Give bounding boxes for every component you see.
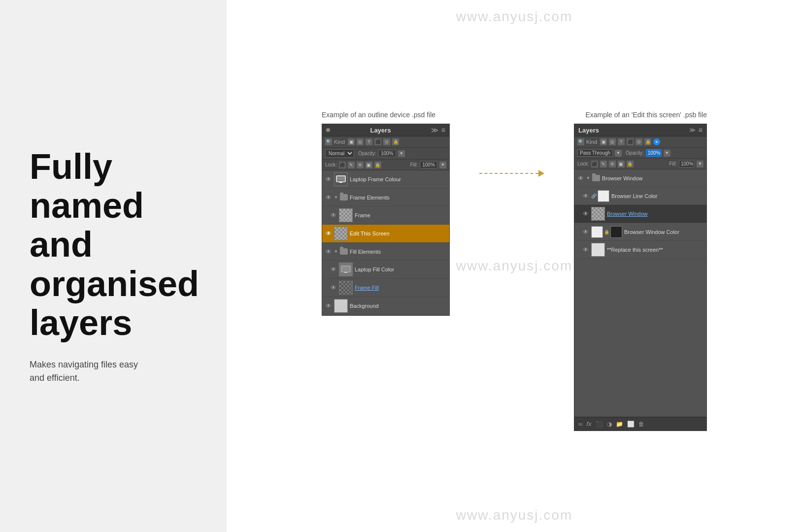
ps-eye-icon[interactable]: 👁 — [325, 230, 332, 237]
ps-bottom-bar: ∞ fx ⬛ ◑ 📁 ⬜ 🗑 — [574, 417, 706, 431]
ps-layer-thumb — [334, 227, 348, 240]
ps-collapse-icon-right[interactable]: ≫ — [689, 127, 696, 133]
ps-eye-icon[interactable]: 👁 — [582, 246, 589, 253]
panel-section-right: Example of an 'Edit this screen' .psb fi… — [574, 111, 707, 431]
ps-layer-thumb2 — [610, 226, 622, 238]
ps-kind-label-right: Kind — [586, 139, 597, 145]
arrow-container — [479, 111, 544, 177]
ps-fill-label: Fill: — [410, 162, 418, 167]
ps-lock-brush[interactable]: ✎ — [348, 162, 355, 168]
ps-lock-pixel[interactable]: ⬛ — [339, 162, 346, 168]
ps-eye-icon[interactable]: 👁 — [325, 194, 332, 201]
left-panel: Fully named and organised layers Makes n… — [0, 0, 227, 532]
ps-layer-thumb — [339, 281, 353, 295]
ps-eye-icon[interactable]: 👁 — [577, 175, 584, 182]
svg-rect-4 — [344, 272, 347, 273]
table-row[interactable]: 👁 **Replace this screen** — [574, 241, 706, 259]
ps-fx-icon[interactable]: fx — [587, 420, 592, 428]
ps-adjustment-icon[interactable]: ◑ — [607, 421, 612, 428]
ps-layer-name: Edit This Screen — [350, 231, 446, 236]
watermark-top: www.anyusj.com — [456, 9, 573, 25]
ps-lock-move[interactable]: ✛ — [357, 162, 364, 168]
ps-add-mask-icon[interactable]: ⬛ — [596, 421, 603, 428]
ps-opacity-value[interactable]: 100% — [378, 150, 396, 157]
ps-folder-bottom-icon[interactable]: 📁 — [616, 421, 623, 428]
ps-eye-icon[interactable]: 👁 — [325, 248, 332, 255]
ps-opacity-arr-right[interactable]: ▼ — [664, 150, 670, 157]
ps-lock-all-r[interactable]: 🔒 — [627, 161, 634, 167]
table-row[interactable]: 👁 Frame — [322, 206, 449, 225]
ps-checkerboard — [592, 207, 604, 220]
ps-pixel-icon[interactable]: ▣ — [348, 138, 355, 145]
table-row[interactable]: 👁 ▼ Fill Elements — [322, 243, 449, 261]
ps-blend-arrow[interactable]: ▼ — [615, 150, 622, 157]
ps-eye-icon[interactable]: 👁 — [330, 266, 337, 273]
ps-smart-icon-right[interactable]: ⊙ — [635, 138, 642, 145]
ps-eye-icon[interactable]: 👁 — [582, 193, 589, 200]
ps-shape-icon-right[interactable]: ⬛ — [627, 138, 634, 145]
ps-fill-value-right[interactable]: 100% — [679, 160, 695, 167]
ps-collapse-icon[interactable]: ≫ — [431, 126, 438, 134]
ps-lock-artboard[interactable]: ▣ — [366, 162, 372, 168]
ps-eye-icon[interactable]: 👁 — [325, 176, 332, 183]
table-row[interactable]: 👁 Edit This Screen — [322, 225, 449, 243]
table-row[interactable]: 👁 🔒 Browser Window Color — [574, 223, 706, 241]
ps-lock-icon-right[interactable]: 🔒 — [644, 138, 651, 145]
ps-pixel-icon-right[interactable]: ▣ — [600, 138, 607, 145]
table-row[interactable]: 👁 Frame Fill — [322, 279, 449, 297]
ps-eye-icon[interactable]: 👁 — [325, 302, 332, 309]
ps-empty-area — [574, 259, 706, 417]
ps-eye-icon[interactable]: 👁 — [330, 212, 337, 219]
ps-panel-left: Layers ≫ ≡ 🔍 Kind ▣ ◎ T ⬛ ⊙ — [322, 124, 450, 316]
ps-round-icon-right[interactable]: ● — [653, 138, 660, 145]
panel2-label: Example of an 'Edit this screen' .psb fi… — [585, 111, 707, 119]
ps-opacity-arrow[interactable]: ▼ — [398, 150, 405, 157]
ps-layers-list: 👁 Laptop Frame Colou — [322, 170, 449, 315]
ps-layer-thumb — [334, 172, 348, 186]
ps-lock-icon[interactable]: 🔒 — [392, 138, 399, 145]
arrow-head — [538, 170, 544, 177]
ps-adjust-icon-right[interactable]: ◎ — [609, 138, 616, 145]
ps-menu-icon-right[interactable]: ≡ — [699, 126, 702, 134]
table-row[interactable]: 👁 ▼ Frame Elements — [322, 189, 449, 206]
ps-lock-artboard-r[interactable]: ▣ — [618, 161, 625, 167]
table-row[interactable]: 👁 Browser Window — [574, 205, 706, 223]
ps-type-icon-right[interactable]: T — [618, 138, 625, 145]
ps-fill-arr-r[interactable]: ▼ — [697, 161, 703, 167]
ps-eye-icon[interactable]: 👁 — [330, 284, 337, 291]
ps-lock-all[interactable]: 🔒 — [374, 162, 381, 168]
ps-adjust-icon[interactable]: ◎ — [357, 138, 364, 145]
ps-lock-brush-r[interactable]: ✎ — [600, 161, 607, 167]
ps-delete-icon[interactable]: 🗑 — [638, 421, 644, 428]
ps-layer-thumb — [598, 190, 609, 202]
ps-type-icon[interactable]: T — [366, 138, 372, 145]
panel-section-left: Example of an outline device .psd file L… — [322, 111, 450, 316]
ps-smart-icon[interactable]: ⊙ — [383, 138, 390, 145]
svg-rect-5 — [342, 266, 350, 271]
table-row[interactable]: 👁 Background — [322, 297, 449, 315]
ps-pass-through-label[interactable]: Pass Through — [577, 149, 613, 157]
ps-layer-name: Laptop Frame Colour — [350, 176, 446, 182]
ps-layer-name: Frame Elements — [350, 195, 446, 200]
table-row[interactable]: 👁 Laptop Fill Color — [322, 261, 449, 279]
ps-opacity-value-right[interactable]: 100% — [646, 149, 662, 157]
ps-link-bottom-icon[interactable]: ∞ — [578, 421, 583, 428]
ps-fill-arrow[interactable]: ▼ — [439, 162, 446, 168]
ps-eye-icon[interactable]: 👁 — [582, 229, 589, 235]
ps-eye-icon[interactable]: 👁 — [582, 210, 589, 217]
ps-layer-name: Background — [350, 303, 446, 309]
ps-lock-move-r[interactable]: ✛ — [609, 161, 616, 167]
ps-new-layer-icon[interactable]: ⬜ — [627, 421, 635, 428]
table-row[interactable]: 👁 Laptop Frame Colou — [322, 170, 449, 189]
ps-shape-icon[interactable]: ⬛ — [374, 138, 381, 145]
ps-blend-select[interactable]: Normal — [325, 149, 354, 158]
ps-lock-pixel-r[interactable]: ⬛ — [591, 161, 598, 167]
ps-lock-row: Lock: ⬛ ✎ ✛ ▣ 🔒 Fill: 100% ▼ — [322, 160, 449, 170]
svg-rect-2 — [337, 176, 345, 181]
table-row[interactable]: 👁 ▼ Browser Window — [574, 169, 706, 187]
ps-menu-icon[interactable]: ≡ — [441, 126, 445, 134]
ps-link-icon: 🔗 — [591, 194, 597, 199]
ps-fill-value[interactable]: 100% — [420, 161, 437, 168]
table-row[interactable]: 👁 🔗 Browser Line Color — [574, 187, 706, 205]
ps-close-btn[interactable] — [326, 128, 330, 132]
